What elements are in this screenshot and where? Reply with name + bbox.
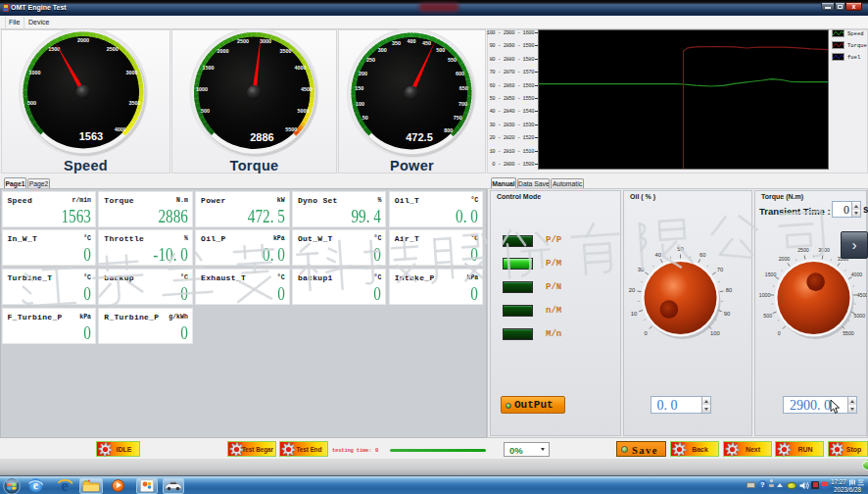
svg-text:0: 0 xyxy=(778,329,781,335)
svg-text:2886: 2886 xyxy=(250,131,273,143)
svg-text:40: 40 xyxy=(655,251,661,257)
svg-text:2500: 2500 xyxy=(797,247,809,253)
svg-text:1000: 1000 xyxy=(196,86,208,92)
svg-text:1563: 1563 xyxy=(79,130,103,142)
svg-text:1000: 1000 xyxy=(759,291,771,297)
svg-text:30: 30 xyxy=(638,266,644,272)
svg-text:3000: 3000 xyxy=(818,247,830,253)
svg-text:100: 100 xyxy=(356,101,364,107)
svg-text:50: 50 xyxy=(677,246,683,252)
svg-text:5000: 5000 xyxy=(298,108,310,114)
svg-text:500: 500 xyxy=(436,47,445,53)
svg-text:2500: 2500 xyxy=(107,46,119,52)
svg-text:5500: 5500 xyxy=(285,126,297,132)
svg-text:750: 750 xyxy=(454,115,462,121)
svg-text:800: 800 xyxy=(444,127,453,133)
svg-text:650: 650 xyxy=(459,85,468,91)
svg-text:4000: 4000 xyxy=(851,272,863,277)
svg-text:550: 550 xyxy=(448,57,457,63)
svg-text:472.5: 472.5 xyxy=(406,131,433,143)
svg-text:4000: 4000 xyxy=(115,126,126,132)
svg-text:250: 250 xyxy=(366,57,375,63)
svg-text:4000: 4000 xyxy=(295,65,307,71)
svg-text:2000: 2000 xyxy=(77,37,89,43)
svg-text:70: 70 xyxy=(717,266,723,272)
svg-text:20: 20 xyxy=(629,287,635,293)
svg-text:200: 200 xyxy=(359,71,367,76)
svg-text:50: 50 xyxy=(362,115,368,121)
svg-text:1000: 1000 xyxy=(29,70,41,75)
svg-text:4500: 4500 xyxy=(857,291,867,297)
svg-text:1500: 1500 xyxy=(765,272,777,277)
svg-text:3500: 3500 xyxy=(129,100,141,106)
svg-text:90: 90 xyxy=(724,310,730,316)
svg-text:80: 80 xyxy=(726,287,732,293)
svg-text:0: 0 xyxy=(644,329,647,335)
svg-text:2500: 2500 xyxy=(237,38,249,44)
svg-text:100: 100 xyxy=(710,329,720,335)
svg-text:10: 10 xyxy=(631,310,637,316)
svg-text:300: 300 xyxy=(378,47,387,53)
svg-text:1500: 1500 xyxy=(48,46,60,52)
svg-text:600: 600 xyxy=(456,71,464,76)
svg-text:60: 60 xyxy=(699,251,705,257)
svg-text:5000: 5000 xyxy=(854,312,866,318)
svg-text:3000: 3000 xyxy=(125,70,137,75)
svg-text:1500: 1500 xyxy=(203,65,215,71)
svg-text:500: 500 xyxy=(27,100,36,106)
svg-text:e: e xyxy=(33,478,39,492)
svg-text:3500: 3500 xyxy=(280,48,292,54)
svg-text:400: 400 xyxy=(408,38,416,44)
svg-text:350: 350 xyxy=(392,40,401,46)
svg-text:450: 450 xyxy=(422,40,431,46)
svg-text:5500: 5500 xyxy=(843,329,854,335)
svg-text:700: 700 xyxy=(458,101,467,107)
svg-text:150: 150 xyxy=(355,85,363,91)
svg-text:2000: 2000 xyxy=(779,256,791,262)
svg-text:2000: 2000 xyxy=(217,48,228,54)
svg-text:500: 500 xyxy=(201,108,210,114)
svg-text:4500: 4500 xyxy=(301,86,313,92)
svg-text:3000: 3000 xyxy=(260,38,271,44)
svg-text:500: 500 xyxy=(763,312,772,318)
